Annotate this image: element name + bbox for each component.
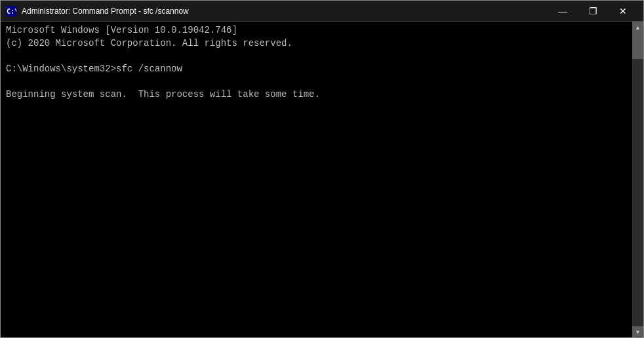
terminal-output[interactable]: Microsoft Windows [Version 10.0.19042.74… [1, 22, 632, 337]
minimize-button[interactable]: — [548, 1, 578, 22]
terminal-line: Beginning system scan. This process will… [6, 88, 627, 102]
close-button[interactable]: ✕ [608, 1, 638, 22]
terminal-line: Microsoft Windows [Version 10.0.19042.74… [6, 24, 627, 37]
scroll-up-button[interactable]: ▲ [632, 22, 643, 33]
terminal-line: C:\Windows\system32>sfc /scannow [6, 63, 627, 76]
command-prompt-window: C:\ Administrator: Command Prompt - sfc … [0, 0, 644, 338]
maximize-button[interactable]: ❐ [578, 1, 608, 22]
title-bar: C:\ Administrator: Command Prompt - sfc … [1, 1, 643, 22]
terminal-line-empty [6, 50, 627, 63]
window-controls: — ❐ ✕ [548, 1, 638, 22]
window-icon: C:\ [6, 6, 16, 16]
scrollbar[interactable]: ▲ ▼ [632, 22, 643, 337]
window-title: Administrator: Command Prompt - sfc /sca… [22, 7, 548, 16]
scrollbar-thumb[interactable] [632, 33, 643, 59]
scroll-down-button[interactable]: ▼ [632, 326, 643, 337]
scrollbar-track[interactable] [632, 33, 643, 326]
terminal-line-empty [6, 75, 627, 88]
svg-text:C:\: C:\ [7, 8, 16, 15]
terminal-line: (c) 2020 Microsoft Corporation. All righ… [6, 37, 627, 50]
content-area: Microsoft Windows [Version 10.0.19042.74… [1, 22, 643, 337]
